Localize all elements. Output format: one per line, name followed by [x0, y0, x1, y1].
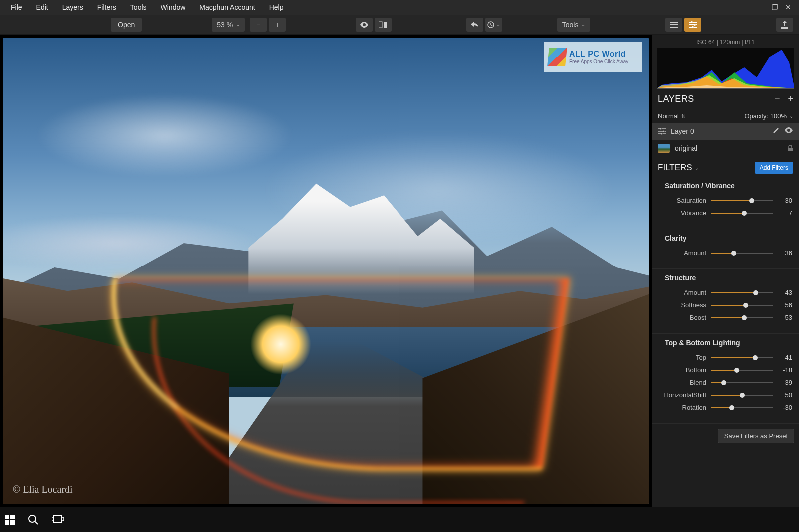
- blend-mode-select[interactable]: Normal ⇅: [658, 112, 685, 120]
- watermark: ALL PC World Free Apps One Click Away: [544, 42, 642, 72]
- presets-view-button[interactable]: [665, 18, 682, 32]
- export-button[interactable]: [776, 18, 793, 32]
- watermark-subtitle: Free Apps One Click Away: [569, 59, 628, 64]
- svg-rect-17: [788, 148, 793, 151]
- menu-edit[interactable]: Edit: [29, 0, 55, 15]
- slider-track[interactable]: [711, 395, 773, 396]
- opacity-label: Opacity:: [744, 112, 768, 120]
- slider-track[interactable]: [711, 253, 773, 254]
- layers-panel-title: LAYERS: [658, 94, 694, 104]
- menu-file[interactable]: File: [4, 0, 29, 15]
- svg-rect-19: [10, 515, 15, 519]
- slider-track[interactable]: [711, 317, 773, 318]
- layer-thumbnail: [658, 144, 670, 153]
- watermark-title: ALL PC World: [569, 50, 628, 59]
- histogram[interactable]: [657, 48, 794, 89]
- slider-knob[interactable]: [743, 303, 748, 308]
- slider-knob[interactable]: [729, 405, 734, 410]
- svg-point-8: [692, 26, 694, 28]
- menu-tools[interactable]: Tools: [123, 0, 154, 15]
- undo-button[interactable]: [466, 18, 483, 32]
- slider-track[interactable]: [711, 382, 773, 383]
- slider-knob[interactable]: [742, 211, 747, 216]
- slider-label: Amount: [659, 289, 706, 296]
- svg-rect-25: [62, 517, 64, 521]
- tools-dropdown[interactable]: Tools⌄: [557, 18, 591, 32]
- slider-row: Blend39: [659, 379, 792, 386]
- svg-rect-18: [5, 515, 9, 519]
- slider-knob[interactable]: [731, 251, 736, 256]
- slider-track[interactable]: [711, 370, 773, 371]
- slider-knob[interactable]: [734, 368, 739, 373]
- slider-label: Boost: [659, 314, 706, 321]
- filter-group-title: Top & Bottom Lighting: [665, 339, 792, 347]
- slider-knob[interactable]: [749, 198, 754, 203]
- zoom-in-button[interactable]: +: [269, 18, 286, 32]
- slider-knob[interactable]: [753, 355, 758, 360]
- svg-rect-3: [670, 22, 678, 23]
- filter-group-title: Saturation / Vibrance: [665, 182, 792, 190]
- filter-group: StructureAmount43Softness56Boost53: [652, 269, 799, 334]
- zoom-out-button[interactable]: −: [250, 18, 267, 32]
- maximize-button[interactable]: ❐: [772, 3, 778, 11]
- filter-group: ClarityAmount36: [652, 229, 799, 269]
- slider-track[interactable]: [711, 200, 773, 201]
- start-button[interactable]: [5, 515, 15, 525]
- slider-knob[interactable]: [740, 393, 745, 398]
- slider-row: Rotation-30: [659, 404, 792, 411]
- slider-row: Amount36: [659, 249, 792, 257]
- svg-point-6: [691, 21, 693, 23]
- task-view-icon[interactable]: [52, 515, 64, 524]
- slider-row: Boost53: [659, 314, 792, 321]
- visibility-icon[interactable]: [784, 127, 793, 135]
- slider-track[interactable]: [711, 357, 773, 358]
- slider-label: Vibrance: [659, 209, 706, 217]
- svg-rect-24: [52, 517, 54, 521]
- minimize-button[interactable]: —: [758, 3, 765, 11]
- menu-layers[interactable]: Layers: [55, 0, 90, 15]
- svg-rect-21: [10, 520, 15, 525]
- slider-knob[interactable]: [721, 380, 726, 385]
- adjust-view-button[interactable]: [684, 18, 701, 32]
- slider-track[interactable]: [711, 407, 773, 408]
- slider-value: 41: [778, 354, 792, 361]
- watermark-icon: [547, 48, 567, 66]
- brush-icon[interactable]: [771, 127, 779, 135]
- slider-track[interactable]: [711, 305, 773, 306]
- slider-label: Saturation: [659, 197, 706, 204]
- slider-label: Softness: [659, 301, 706, 309]
- menu-help[interactable]: Help: [262, 0, 291, 15]
- close-button[interactable]: ✕: [785, 3, 791, 11]
- slider-row: Top41: [659, 354, 792, 361]
- search-icon[interactable]: [28, 514, 39, 525]
- slider-knob[interactable]: [742, 315, 747, 320]
- history-button[interactable]: ⌄: [485, 18, 502, 32]
- save-preset-button[interactable]: Save Filters as Preset: [718, 429, 794, 443]
- menu-account[interactable]: Macphun Account: [192, 0, 262, 15]
- slider-value: 30: [778, 197, 792, 204]
- slider-knob[interactable]: [753, 290, 758, 295]
- add-layer-button[interactable]: +: [788, 94, 793, 104]
- zoom-dropdown[interactable]: 53 %⌄: [212, 18, 245, 32]
- open-button[interactable]: Open: [111, 18, 142, 32]
- slider-label: Rotation: [659, 404, 706, 411]
- menu-window[interactable]: Window: [154, 0, 193, 15]
- opacity-select[interactable]: 100%⌄: [770, 112, 793, 120]
- svg-point-22: [29, 515, 36, 522]
- menu-filters[interactable]: Filters: [90, 0, 123, 15]
- lock-icon[interactable]: [787, 145, 793, 152]
- slider-value: 39: [778, 379, 792, 386]
- svg-point-15: [663, 130, 664, 132]
- preview-button[interactable]: [356, 18, 373, 32]
- slider-track[interactable]: [711, 292, 773, 293]
- layer-item[interactable]: Layer 0: [652, 123, 799, 139]
- remove-layer-button[interactable]: −: [775, 94, 780, 104]
- canvas-area[interactable]: © Elia Locardi ALL PC World Free Apps On…: [0, 35, 652, 507]
- chevron-down-icon: ⌄: [236, 22, 240, 27]
- layer-item[interactable]: original: [652, 139, 799, 157]
- add-filters-button[interactable]: Add Filters: [755, 162, 793, 174]
- compare-button[interactable]: [375, 18, 392, 32]
- filters-panel-title[interactable]: FILTERS⌄: [658, 163, 699, 173]
- slider-track[interactable]: [711, 213, 773, 214]
- svg-rect-23: [54, 516, 62, 522]
